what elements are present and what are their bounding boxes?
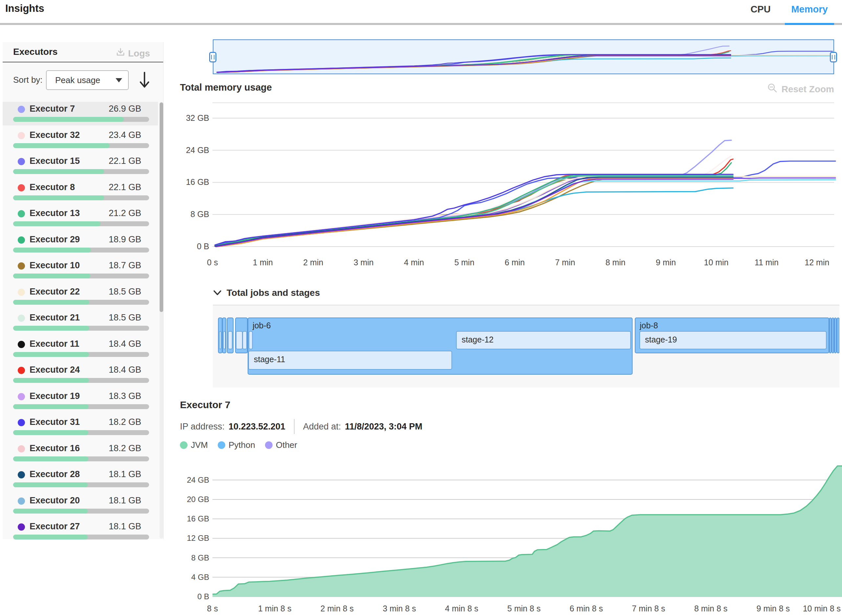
job-bar[interactable] bbox=[835, 318, 836, 353]
executor-usage-bar-fill bbox=[13, 195, 104, 200]
reset-zoom-button[interactable]: Reset Zoom bbox=[762, 83, 834, 95]
executor-list-item[interactable]: Executor 1118.4 GB bbox=[3, 337, 158, 361]
x-axis-tick-label: 7 min 8 s bbox=[632, 604, 665, 613]
executor-usage-bar bbox=[13, 326, 149, 331]
executor-peak-value: 22.1 GB bbox=[81, 156, 141, 166]
stage-label: stage-19 bbox=[645, 335, 677, 344]
brush-handle-right[interactable] bbox=[830, 52, 837, 62]
job-bar[interactable] bbox=[837, 318, 839, 353]
memory-series-executor-palepink bbox=[214, 156, 731, 245]
stage-bar[interactable] bbox=[223, 331, 225, 349]
executor-usage-bar-fill bbox=[13, 117, 124, 122]
executor-peak-value: 18.5 GB bbox=[81, 312, 141, 323]
executor-list-item[interactable]: Executor 2818.1 GB bbox=[3, 467, 158, 491]
executor-usage-bar bbox=[13, 509, 149, 513]
x-axis-tick-label: 9 min bbox=[656, 258, 676, 267]
executor-peak-value: 23.4 GB bbox=[81, 130, 141, 140]
executor-usage-bar-fill bbox=[13, 509, 88, 513]
executor-color-dot bbox=[18, 315, 25, 322]
x-axis-tick-label: 8 min bbox=[606, 258, 626, 267]
executor-name: Executor 21 bbox=[29, 312, 80, 323]
executor-list-item[interactable]: Executor 2918.9 GB bbox=[3, 232, 158, 256]
y-axis-tick-label: 8 GB bbox=[191, 553, 209, 562]
executor-color-dot bbox=[18, 367, 25, 374]
overview-series-executor-purple bbox=[217, 56, 833, 73]
executor-list-item[interactable]: Executor 726.9 GB bbox=[3, 102, 158, 125]
tab-memory[interactable]: Memory bbox=[785, 2, 834, 16]
job-bar[interactable] bbox=[832, 318, 834, 353]
memory-series-executor-purple bbox=[216, 178, 835, 246]
reset-zoom-label: Reset Zoom bbox=[782, 84, 834, 95]
executor-color-dot bbox=[18, 497, 25, 505]
executor-peak-value: 18.2 GB bbox=[81, 443, 141, 453]
jobs-stages-title: Total jobs and stages bbox=[227, 287, 320, 298]
stage-bar[interactable] bbox=[243, 331, 246, 349]
executor-list-item[interactable]: Executor 3223.4 GB bbox=[3, 128, 158, 152]
executor-list-item[interactable]: Executor 1018.7 GB bbox=[3, 258, 158, 282]
x-axis-tick-label: 0 s bbox=[207, 258, 218, 267]
zoom-brush-overview[interactable] bbox=[213, 40, 834, 74]
stage-bar[interactable] bbox=[228, 331, 232, 349]
executor-list-item[interactable]: Executor 2418.4 GB bbox=[3, 363, 158, 386]
x-axis-tick-label: 8 s bbox=[207, 604, 218, 613]
total-memory-title: Total memory usage bbox=[180, 82, 272, 93]
memory-series-executor-periwinkle bbox=[215, 140, 731, 246]
stage-bar[interactable] bbox=[249, 331, 252, 349]
executor-usage-bar-fill bbox=[13, 300, 89, 305]
sort-direction-button[interactable] bbox=[137, 71, 152, 89]
executor-peak-value: 21.2 GB bbox=[81, 208, 141, 219]
download-logs-button[interactable]: Logs bbox=[116, 47, 150, 59]
executor-color-dot bbox=[18, 184, 25, 191]
executor-usage-bar bbox=[13, 352, 149, 357]
memory-series-executor-cream bbox=[215, 177, 835, 246]
executor-list-item[interactable]: Executor 2218.5 GB bbox=[3, 285, 158, 308]
tab-cpu[interactable]: CPU bbox=[745, 2, 776, 16]
legend-label: Python bbox=[229, 440, 255, 450]
job-bar[interactable] bbox=[830, 318, 832, 353]
executor-name: Executor 20 bbox=[29, 496, 80, 506]
executor-list-item[interactable]: Executor 2018.1 GB bbox=[3, 494, 158, 517]
executor-list-item[interactable]: Executor 1918.3 GB bbox=[3, 389, 158, 413]
executor-name: Executor 22 bbox=[29, 287, 80, 297]
executor-color-dot bbox=[18, 393, 25, 400]
stage-bar[interactable] bbox=[219, 331, 221, 349]
executor-list-item[interactable]: Executor 1321.2 GB bbox=[3, 206, 158, 230]
brush-handle-left[interactable] bbox=[209, 52, 216, 62]
header-divider bbox=[0, 23, 842, 25]
chevron-down-icon bbox=[116, 78, 122, 82]
executor-name: Executor 32 bbox=[29, 130, 80, 140]
x-axis-tick-label: 10 min bbox=[704, 258, 728, 267]
legend-entry[interactable]: Python bbox=[218, 440, 255, 450]
executor-list-item[interactable]: Executor 1618.2 GB bbox=[3, 441, 158, 465]
executor-usage-bar bbox=[13, 483, 149, 487]
legend-entry[interactable]: JVM bbox=[180, 440, 208, 450]
x-axis-tick-label: 2 min 8 s bbox=[321, 604, 354, 613]
x-axis-tick-label: 4 min bbox=[404, 258, 424, 267]
x-axis-tick-label: 6 min bbox=[505, 258, 525, 267]
jobs-stages-gantt[interactable]: job-6stage-12stage-11job-8stage-19 bbox=[213, 305, 839, 387]
executor-list-item[interactable]: Executor 3118.2 GB bbox=[3, 415, 158, 439]
total-memory-chart[interactable]: 32 GB24 GB16 GB8 GB0 B0 s1 min2 min3 min… bbox=[177, 98, 842, 273]
sidebar-scrollbar-thumb[interactable] bbox=[160, 103, 163, 312]
download-icon bbox=[116, 47, 125, 59]
executor-list-item[interactable]: Executor 2718.1 GB bbox=[3, 519, 158, 543]
executor-usage-bar-fill bbox=[13, 274, 90, 279]
executor-list-item[interactable]: Executor 1522.1 GB bbox=[3, 154, 158, 177]
meta-divider bbox=[294, 419, 295, 434]
executor-color-dot bbox=[18, 236, 25, 243]
executor-usage-bar bbox=[13, 300, 149, 305]
executor-peak-value: 18.9 GB bbox=[81, 235, 141, 245]
legend-entry[interactable]: Other bbox=[265, 440, 297, 450]
sidebar-divider bbox=[3, 62, 163, 62]
executor-memory-area-chart[interactable]: 24 GB20 GB16 GB12 GB8 GB4 GB0 B8 s1 min … bbox=[177, 460, 842, 616]
jobs-stages-toggle[interactable]: Total jobs and stages bbox=[213, 287, 320, 298]
executor-usage-bar bbox=[13, 248, 149, 252]
executor-list-item[interactable]: Executor 822.1 GB bbox=[3, 180, 158, 204]
stage-bar[interactable] bbox=[236, 331, 242, 349]
executor-list-item[interactable]: Executor 2118.5 GB bbox=[3, 311, 158, 334]
sort-select[interactable]: Peak usage bbox=[46, 70, 129, 90]
executor-usage-bar bbox=[13, 535, 149, 540]
x-axis-tick-label: 5 min bbox=[454, 258, 474, 267]
executor-usage-bar bbox=[13, 195, 149, 200]
arrow-down-icon bbox=[137, 71, 152, 89]
